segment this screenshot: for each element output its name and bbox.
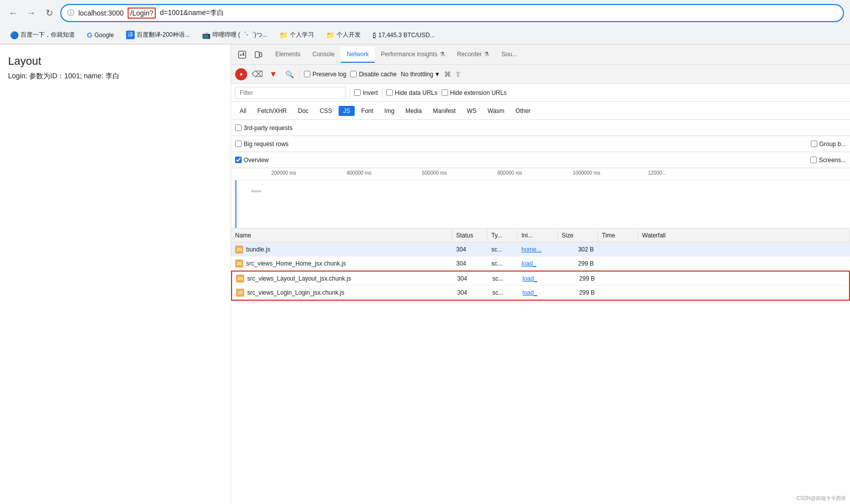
table-row[interactable]: JS src_views_Home_Home_jsx.chunk.js 304 … <box>231 257 850 271</box>
page-title: Layout <box>8 55 223 68</box>
hide-extension-checkbox[interactable]: Hide extension URLs <box>442 89 507 96</box>
tab-console[interactable]: Console <box>306 47 341 63</box>
tab-network[interactable]: Network <box>341 47 375 63</box>
overview-checkbox[interactable]: Overview <box>235 157 269 164</box>
table-row[interactable]: JS src_views_Login_Login_jsx.chunk.js 30… <box>232 286 849 300</box>
big-rows-label: Big request rows <box>244 141 288 148</box>
type-btn-fetch[interactable]: Fetch/XHR <box>253 106 291 116</box>
folder-dev-icon: 📁 <box>326 31 335 39</box>
tab-sources[interactable]: Sou... <box>495 47 523 63</box>
type-btn-all[interactable]: All <box>235 106 251 116</box>
throttle-select[interactable]: No throttling ▼ <box>401 71 441 78</box>
forward-button[interactable]: → <box>24 6 38 20</box>
group-by-label: Group b... <box>819 141 846 148</box>
type-btn-doc[interactable]: Doc <box>293 106 313 116</box>
hide-data-urls-checkbox[interactable]: Hide data URLs <box>386 89 438 96</box>
td-time-4 <box>599 291 639 295</box>
type-btn-font[interactable]: Font <box>357 106 378 116</box>
reload-button[interactable]: ↻ <box>42 6 56 20</box>
disable-cache-input[interactable] <box>350 71 357 77</box>
tab-console-label: Console <box>312 51 335 58</box>
options-left-2: Big request rows <box>235 141 288 148</box>
group-by-checkbox[interactable]: Group b... <box>811 141 846 148</box>
type-btn-js[interactable]: JS <box>339 106 355 116</box>
type-btn-media[interactable]: Media <box>401 106 427 116</box>
preserve-log-input[interactable] <box>304 71 310 77</box>
th-size[interactable]: Size <box>558 230 598 241</box>
inspect-icon[interactable] <box>235 48 249 62</box>
bookmark-baidu[interactable]: 🔵 百度一下，你就知道 <box>6 29 79 41</box>
timeline-area: 200000 ms 400000 ms 600000 ms 800000 ms … <box>231 168 850 228</box>
recorder-flask-icon: ⚗ <box>484 51 489 58</box>
address-bar[interactable]: ⓘ localhost:3000/Login?d=1001&name=李白 <box>60 4 844 22</box>
td-init-4[interactable]: load_ <box>518 287 559 298</box>
filter-input[interactable] <box>235 87 346 99</box>
filter-bar: Invert Hide data URLs Hide extension URL… <box>231 84 850 102</box>
invert-input[interactable] <box>354 89 361 96</box>
bookmark-btc[interactable]: ₿ 17,445.3 BTC/USD... <box>369 30 439 41</box>
bookmark-dev[interactable]: 📁 个人开发 <box>322 29 365 41</box>
hide-extension-input[interactable] <box>442 89 448 96</box>
upload-icon[interactable]: ⇧ <box>455 70 461 78</box>
type-btn-wasm[interactable]: Wasm <box>483 106 509 116</box>
clear-button[interactable]: ⌫ <box>251 68 263 80</box>
tab-recorder[interactable]: Recorder ⚗ <box>451 47 495 63</box>
bookmark-google-label: Google <box>94 32 114 39</box>
screenshot-checkbox[interactable]: Screens... <box>810 157 846 164</box>
overview-input[interactable] <box>235 157 242 163</box>
big-rows-input[interactable] <box>235 141 242 147</box>
th-type[interactable]: Ty... <box>487 230 517 241</box>
search-button[interactable]: 🔍 <box>283 68 295 80</box>
type-btn-other[interactable]: Other <box>511 106 535 116</box>
tab-performance[interactable]: Performance insights ⚗ <box>375 47 451 63</box>
td-init-3[interactable]: load_ <box>518 273 559 284</box>
tab-elements-label: Elements <box>275 51 300 58</box>
throttle-chevron-icon: ▼ <box>434 71 440 78</box>
preserve-log-label: Preserve log <box>312 71 346 78</box>
table-row[interactable]: JS src_views_Layout_Layout_jsx.chunk.js … <box>232 272 849 286</box>
address-pre: localhost:3000 <box>78 9 124 17</box>
timeline-ruler: 200000 ms 400000 ms 600000 ms 800000 ms … <box>231 168 850 180</box>
third-party-label: 3rd-party requests <box>244 124 292 132</box>
th-waterfall[interactable]: Waterfall <box>638 230 850 241</box>
td-name-2: JS src_views_Home_Home_jsx.chunk.js <box>231 258 452 270</box>
third-party-input[interactable] <box>235 124 242 131</box>
preserve-log-checkbox[interactable]: Preserve log <box>304 71 346 78</box>
bookmark-study[interactable]: 📁 个人学习 <box>275 29 318 41</box>
th-status[interactable]: Status <box>452 230 487 241</box>
js-file-icon-2: JS <box>235 260 243 268</box>
back-button[interactable]: ← <box>6 6 20 20</box>
th-time[interactable]: Time <box>598 230 638 241</box>
td-name-1: JS bundle.js <box>231 243 452 256</box>
td-init-1[interactable]: home... <box>517 244 558 255</box>
th-type-label: Ty... <box>491 232 502 239</box>
screenshot-input[interactable] <box>810 157 817 163</box>
type-btn-img[interactable]: Img <box>380 106 399 116</box>
tab-elements[interactable]: Elements <box>269 47 306 63</box>
filter-button[interactable]: ▼ <box>267 68 279 80</box>
big-rows-checkbox[interactable]: Big request rows <box>235 141 288 148</box>
table-row[interactable]: JS bundle.js 304 sc... home... 302 B <box>231 242 850 257</box>
svg-rect-4 <box>260 53 262 57</box>
group-by-input[interactable] <box>811 141 817 147</box>
bookmark-bilibili[interactable]: 📺 哔哩哔哩 (゜-゜)つ... <box>198 29 271 41</box>
th-name[interactable]: Name <box>231 230 452 241</box>
third-party-checkbox[interactable]: 3rd-party requests <box>235 124 292 132</box>
type-btn-ws[interactable]: WS <box>462 106 481 116</box>
bookmark-google[interactable]: G Google <box>83 30 118 41</box>
record-button[interactable]: ● <box>235 68 247 80</box>
td-init-2[interactable]: load_ <box>517 258 558 269</box>
td-type-2: sc... <box>487 258 517 269</box>
disable-cache-checkbox[interactable]: Disable cache <box>350 71 396 78</box>
timeline-chart <box>231 180 850 228</box>
tab-sources-label: Sou... <box>501 51 517 58</box>
th-initiator[interactable]: Ini... <box>517 230 558 241</box>
hide-data-urls-input[interactable] <box>386 89 393 96</box>
type-btn-css[interactable]: CSS <box>315 106 337 116</box>
bookmark-baidu-label: 百度一下，你就知道 <box>21 31 75 39</box>
type-btn-manifest[interactable]: Manifest <box>429 106 460 116</box>
bilibili-icon: 📺 <box>202 31 210 39</box>
invert-checkbox[interactable]: Invert <box>354 89 378 96</box>
bookmark-fanyi[interactable]: 译 百度翻译-200种语... <box>122 29 194 41</box>
device-icon[interactable] <box>251 48 265 62</box>
